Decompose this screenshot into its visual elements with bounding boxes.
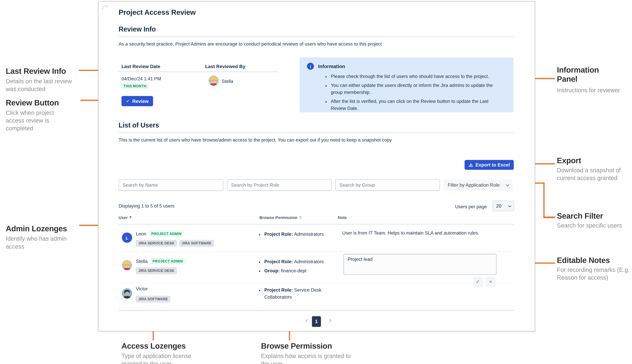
table-header-divider xyxy=(119,224,514,224)
divider xyxy=(119,71,279,72)
permission-label: Project Role: xyxy=(264,259,293,264)
license-lozenges: JIRA SERVICE DESK xyxy=(136,268,177,274)
pagination-previous-button[interactable] xyxy=(303,316,312,325)
list-of-users-description: This is the current list of users who ha… xyxy=(119,136,514,143)
close-icon: × xyxy=(489,278,492,284)
user-name: Stella xyxy=(136,258,148,264)
chevron-down-icon xyxy=(508,204,511,207)
admin-lozenge: PROJECT ADMIN xyxy=(151,258,185,264)
last-review-date-value: 04/Dec/24 1:41 PM xyxy=(122,76,161,82)
information-bullet: After the list is verified, you can clic… xyxy=(331,98,504,112)
displaying-count-text: Displaying 1 to 5 of 5 users xyxy=(119,202,175,209)
information-panel: i Information Please check through the l… xyxy=(300,58,513,112)
avatar: L xyxy=(122,232,132,243)
project-access-review-panel: Project Access Review Review Info As a s… xyxy=(98,1,535,331)
reviewer-avatar xyxy=(208,76,219,86)
users-per-page-select[interactable]: 20 xyxy=(492,200,514,211)
annotation-browse-permission-subtitle: Explains how access is granted to the us… xyxy=(261,352,352,364)
note-cancel-button[interactable]: × xyxy=(486,277,495,286)
permission-label: Group: xyxy=(264,268,280,273)
search-by-name-input[interactable] xyxy=(119,179,223,191)
list-of-users-heading: List of Users xyxy=(119,122,159,129)
annotation-admin-lozenges-subtitle: Identify who has admin access xyxy=(6,235,84,250)
column-header-user[interactable]: User xyxy=(119,215,132,220)
note-cell: User is from IT Team. Helps to maintain … xyxy=(342,230,513,237)
row-divider xyxy=(119,252,514,252)
information-bullet: You can either update the users directly… xyxy=(331,82,504,96)
column-header-browse-permission[interactable]: Browse Permission xyxy=(259,215,302,220)
information-bullet-list: Please check through the list of users w… xyxy=(325,73,504,114)
information-heading: Information xyxy=(318,64,345,69)
annotation-last-review-info-subtitle: Details on the last review was conducted xyxy=(6,78,72,93)
browse-permission-cell: Project Role:Administrators Group:financ… xyxy=(258,258,336,276)
annotation-editable-notes-subtitle: For recording remarks (E.g. Reason for a… xyxy=(557,266,632,282)
divider xyxy=(119,132,514,133)
annotation-search-filter-subtitle: Search for specific users xyxy=(557,222,631,230)
connector-search-filter-hline2 xyxy=(543,216,555,218)
license-lozenge: JIRA SOFTWARE xyxy=(136,296,170,302)
column-header-user-label: User xyxy=(119,215,128,220)
row-divider xyxy=(119,283,514,284)
annotation-access-lozenges-title: Access Lozenges xyxy=(122,342,212,351)
chevron-left-icon xyxy=(306,319,309,322)
table-row-user-cell: Victor xyxy=(136,286,148,291)
chevron-right-icon xyxy=(328,319,331,322)
avatar xyxy=(122,288,132,298)
column-header-note-label: Note xyxy=(338,215,347,220)
pagination-next-button[interactable] xyxy=(325,316,334,325)
connector-search-filter-vline xyxy=(543,182,545,218)
annotation-browse-permission-title: Browse Permission xyxy=(261,342,359,351)
browse-permission-cell: Project Role:Service Desk Collaborators xyxy=(258,287,323,303)
search-by-group-input[interactable] xyxy=(335,179,440,191)
table-row-user-cell: Leon PROJECT ADMIN xyxy=(136,230,184,237)
table-bottom-divider xyxy=(119,310,514,311)
review-button[interactable]: ✓ Review xyxy=(122,96,153,106)
annotation-export-subtitle: Download a snapshot of current access gr… xyxy=(557,166,631,182)
annotation-information-panel-title: Information Panel xyxy=(557,66,616,84)
permission-value: Administrators xyxy=(294,232,324,237)
user-name: Victor xyxy=(136,286,148,291)
users-per-page-label: Users per page xyxy=(455,203,487,210)
license-lozenge: JIRA SOFTWARE xyxy=(179,240,214,246)
info-icon: i xyxy=(307,63,314,70)
annotation-search-filter-title: Search Filter xyxy=(557,212,631,221)
users-per-page-value: 20 xyxy=(496,203,501,208)
search-by-project-role-input[interactable] xyxy=(227,179,332,191)
table-row-user-cell: Stella PROJECT ADMIN xyxy=(136,258,185,264)
reviewer-name: Stella xyxy=(222,78,233,85)
chevron-down-icon xyxy=(506,183,509,186)
last-review-date-label: Last Review Date xyxy=(122,64,160,69)
browse-permission-cell: Project Role:Administrators xyxy=(258,231,336,240)
pagination-page-1[interactable]: 1 xyxy=(312,316,321,327)
export-button-label: Export to Excel xyxy=(475,162,510,167)
user-name: Leon xyxy=(136,231,146,236)
annotation-export-title: Export xyxy=(557,156,631,166)
annotation-access-lozenges-subtitle: Type of application license granted to t… xyxy=(122,352,202,364)
annotation-last-review-info-title: Last Review Info xyxy=(6,67,88,76)
review-info-heading: Review Info xyxy=(119,26,156,33)
license-lozenge: JIRA SERVICE DESK xyxy=(136,240,177,246)
note-confirm-button[interactable]: ✓ xyxy=(473,277,483,286)
permission-label: Project Role: xyxy=(264,232,293,237)
annotation-editable-notes-title: Editable Notes xyxy=(557,256,631,265)
permission-value: Administrators xyxy=(294,259,324,264)
license-lozenges: JIRA SOFTWARE xyxy=(136,296,170,302)
sort-icon xyxy=(299,216,302,220)
note-textarea[interactable]: Project lead xyxy=(343,254,497,275)
filter-by-application-role-dropdown[interactable]: Filter by Application Role xyxy=(444,179,512,191)
permission-label: Project Role: xyxy=(264,288,293,292)
license-lozenge: JIRA SERVICE DESK xyxy=(136,268,177,274)
check-icon: ✓ xyxy=(126,98,130,104)
annotation-information-panel-subtitle: Instructions for reviewer xyxy=(557,86,629,94)
divider xyxy=(119,36,514,37)
permission-value: finance-dept xyxy=(281,268,307,273)
annotation-review-button-subtitle: Click when project access review is comp… xyxy=(6,109,67,132)
filter-label: Filter by Application Role xyxy=(448,182,500,187)
decorative-arc xyxy=(101,4,110,13)
download-icon xyxy=(468,162,473,167)
sort-icon xyxy=(129,216,132,220)
review-info-description: As a security best practice, Project Adm… xyxy=(119,40,514,47)
last-reviewed-by-label: Last Reviewed By xyxy=(205,64,245,69)
column-header-note: Note xyxy=(338,215,347,220)
export-to-excel-button[interactable]: Export to Excel xyxy=(464,160,514,170)
